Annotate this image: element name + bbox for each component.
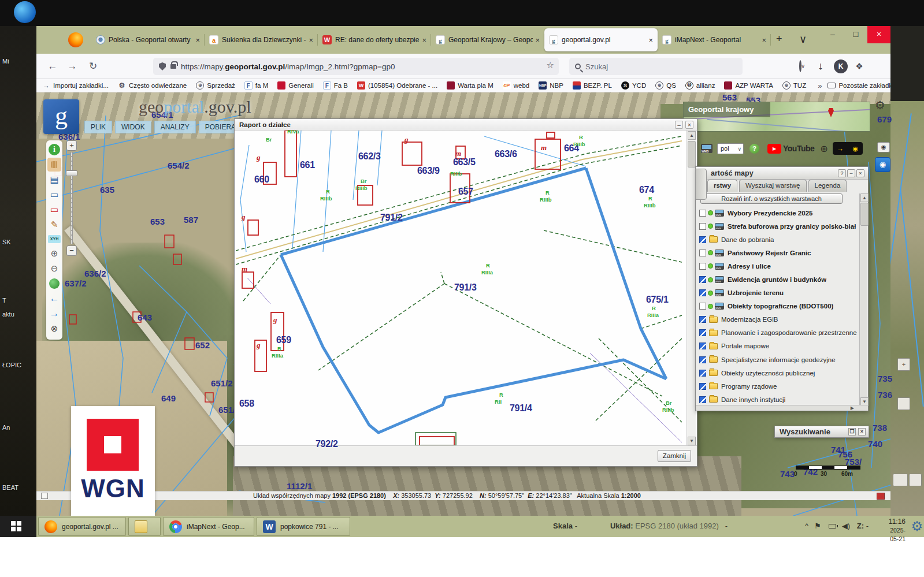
layer-row[interactable]: Ewidencja gruntów i budynków [698,273,859,286]
browser-tab[interactable]: gGeoportal Krajowy – Geopo× [431,28,544,51]
layer-row[interactable]: Modernizacja EGiB [698,313,859,326]
layer-label[interactable]: Dane do pobrania [721,236,774,243]
layer-checkbox[interactable] [699,210,706,217]
scroll-thumb[interactable] [688,141,696,167]
bookmark-item[interactable]: Generali [277,81,313,90]
bookmark-item[interactable]: Ffa M [244,81,268,90]
contrast-toolbox[interactable]: → ◉ [833,142,863,155]
pencil-icon[interactable]: ✎ [47,218,61,232]
layer-checkbox[interactable] [699,329,706,336]
youtube-button[interactable]: ▶ YouTube [767,144,814,154]
menu-analizy[interactable]: ANALIZY [154,121,196,133]
zoom-in-icon[interactable]: ⊕ [47,247,61,260]
taskbar-app-firefox[interactable]: geoportal.gov.pl ... [38,517,126,536]
panel-close-button[interactable]: × [858,428,866,435]
layer-checkbox[interactable] [699,356,706,363]
globe-icon[interactable] [49,278,60,289]
zoom-slider[interactable]: + − [65,140,78,256]
layer-checkbox[interactable] [699,236,706,243]
tab-close-icon[interactable]: × [762,36,766,44]
window-close-button[interactable]: × [867,26,890,43]
info-icon[interactable]: i [49,144,60,155]
layer-label[interactable]: Dane innych instytucji [721,396,785,403]
scroll-right-icon[interactable]: ▶ [851,405,854,411]
search-panel[interactable]: Wyszukiwanie ❐ × [774,426,869,438]
bookmark-item[interactable]: ⑩allianz [685,81,715,90]
layer-row[interactable]: Państwowy Rejestr Granic [698,246,859,259]
bookmark-item[interactable]: Warta pla M [447,81,493,90]
browser-tab[interactable]: ggeoportal.gov.pl× [544,28,658,51]
layer-row[interactable]: Obiekty topograficzne (BDOT500) [698,300,859,313]
bookmark-item[interactable]: BEZP. PL [573,81,612,90]
url-bar[interactable]: https://mapy.geoportal.gov.pl/imap/Imgp_… [153,58,559,75]
layer-label[interactable]: Ewidencja gruntów i budynków [728,276,826,283]
forward-icon[interactable]: → [47,307,61,321]
tab-legenda[interactable]: Legenda [808,180,847,192]
shield-icon[interactable] [159,62,166,70]
desktop-icon-label[interactable]: An [2,424,10,431]
report-icon[interactable]: ▤ [47,173,61,187]
layer-label[interactable]: Planowanie i zagospodarowanie przestrzen… [721,329,857,336]
panel-restore-button[interactable]: ❐ [848,428,856,435]
settings-gear-icon[interactable]: ⚙ [875,98,885,112]
layer-checkbox[interactable] [699,276,706,283]
search-input[interactable]: Szukaj [569,58,743,75]
zoom-track[interactable] [70,152,73,244]
layer-checkbox[interactable] [699,303,706,310]
help-button[interactable]: ? [749,144,759,154]
layer-checkbox[interactable] [699,383,706,390]
other-bookmarks-button[interactable]: Pozostałe zakładki [827,82,890,89]
window-minimize-button[interactable]: – [821,26,844,43]
account-button[interactable]: K [834,59,848,73]
scroll-down-icon[interactable]: ▼ [688,437,696,445]
bookmark-item[interactable]: ⊕Sprzedaż [196,81,235,90]
layer-label[interactable]: Portale mapowe [721,343,769,349]
start-button[interactable] [0,516,36,537]
forward-button[interactable]: → [64,58,80,75]
dialog-close-icon[interactable]: × [685,121,693,129]
coords-icon[interactable] [41,493,48,499]
layer-checkbox[interactable] [699,289,706,296]
layer-row[interactable]: Programy rządowe [698,379,859,393]
tab-overflow-button[interactable]: ∨ [799,33,807,46]
layer-row[interactable]: Dane innych instytucji [698,393,859,406]
desktop-icon-label[interactable]: SK [2,239,11,245]
layer-label[interactable]: Uzbrojenie terenu [728,289,784,296]
layer-label[interactable]: Strefa buforowa przy granicy polsko-biał [728,223,856,230]
layer-row[interactable]: Planowanie i zagospodarowanie przestrzen… [698,326,859,340]
tab-warstwy[interactable]: rstwy [707,180,737,192]
dialog-title[interactable]: Raport o działce [235,119,697,131]
layer-checkbox[interactable] [699,396,706,403]
bookmark-item[interactable]: ⊕TUZ [782,81,806,90]
overview-minimap[interactable]: Geoportal krajowy [683,102,870,132]
desktop-icon-label[interactable]: BEAT [2,484,18,491]
layer-row[interactable]: Strefa buforowa przy granicy polsko-biał [698,219,859,233]
zoom-out-icon[interactable]: ⊖ [47,262,61,276]
extensions-icon[interactable]: ❖ [852,59,866,73]
layers-scrollbar[interactable]: ▲ ▼ [859,193,867,406]
select-red-icon[interactable]: ▭ [47,203,61,217]
menu-button[interactable] [871,59,885,73]
bookmark-item[interactable]: →Importuj zakładki... [42,81,109,90]
tray-flag-icon[interactable]: ⚑ [814,522,821,530]
layer-row[interactable]: Wybory Prezydenckie 2025 [698,206,859,219]
layer-checkbox[interactable] [699,316,706,323]
geoportal-logo[interactable]: g [43,99,79,134]
panel-collapse-handle[interactable] [695,169,707,200]
desktop-icon-label[interactable]: Mi [2,58,9,65]
download-icon[interactable]: ⭣ [814,59,827,73]
view-eye-button[interactable]: ◉ [875,157,890,172]
layer-label[interactable]: Modernizacja EGiB [721,316,778,323]
dialog-scrollbar[interactable]: ▲ ▼ [686,131,696,446]
scroll-up-icon[interactable]: ▲ [688,131,696,140]
select-blue-icon[interactable]: ▭ [47,188,61,202]
bookmark-item[interactable]: ⊕QS [655,81,676,90]
tab-close-icon[interactable]: × [309,36,313,44]
layer-checkbox[interactable] [699,263,706,270]
lock-icon[interactable] [170,64,176,69]
accessibility-wheel-icon[interactable]: ⊛ [820,143,827,154]
layer-label[interactable]: Państwowy Rejestr Granic [728,250,811,256]
layer-row[interactable]: Obiekty użyteczności publicznej [698,366,859,379]
panel-help-button[interactable]: ? [838,169,846,177]
panel-minimize-button[interactable]: – [847,169,855,177]
